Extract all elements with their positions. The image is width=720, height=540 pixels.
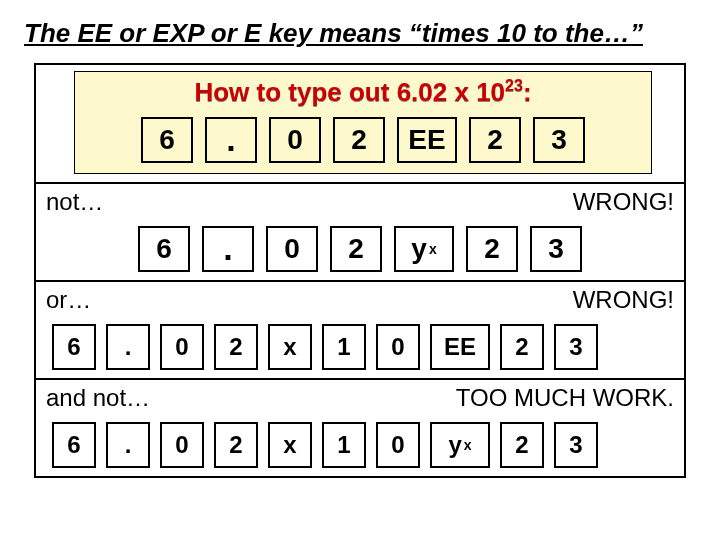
key-dot: . [202, 226, 254, 272]
slide: The EE or EXP or E key means “times 10 t… [0, 0, 720, 540]
key-3: 3 [530, 226, 582, 272]
key-3: 3 [554, 324, 598, 370]
key-6: 6 [138, 226, 190, 272]
page-title: The EE or EXP or E key means “times 10 t… [24, 18, 696, 49]
key-2: 2 [333, 117, 385, 163]
key-1: 1 [322, 324, 366, 370]
keys-wrong-x10ee: 6 . 0 2 x 1 0 EE 2 3 [46, 324, 674, 370]
key-2: 2 [330, 226, 382, 272]
key-x: x [268, 422, 312, 468]
key-3: 3 [554, 422, 598, 468]
key-x: x [268, 324, 312, 370]
key-1: 1 [322, 422, 366, 468]
key-dot: . [106, 324, 150, 370]
keys-wrong-yx: 6 . 0 2 yx 2 3 [46, 226, 674, 272]
howto-text: How to type out 6.02 x 1023: How to type… [83, 78, 643, 107]
howto-box: How to type out 6.02 x 1023: How to type… [74, 71, 652, 174]
section-not: not… WRONG! 6 . 0 2 yx 2 3 [36, 182, 684, 280]
key-dot: . [106, 422, 150, 468]
key-0: 0 [160, 422, 204, 468]
key-2b: 2 [500, 324, 544, 370]
key-yx: yx [430, 422, 490, 468]
key-3: 3 [533, 117, 585, 163]
key-ee: EE [430, 324, 490, 370]
label-or: or… [46, 286, 91, 314]
keys-correct: 6 . 0 2 EE 2 3 [83, 117, 643, 163]
label-toomuch: TOO MUCH WORK. [456, 384, 674, 412]
key-2b: 2 [469, 117, 521, 163]
main-frame: How to type out 6.02 x 1023: How to type… [34, 63, 686, 478]
key-2b: 2 [500, 422, 544, 468]
label-andnot: and not… [46, 384, 150, 412]
label-wrong-1: WRONG! [573, 188, 674, 216]
key-2: 2 [214, 324, 258, 370]
section-andnot: and not… TOO MUCH WORK. 6 . 0 2 x 1 0 yx… [36, 378, 684, 476]
key-6: 6 [52, 324, 96, 370]
key-0: 0 [160, 324, 204, 370]
key-0b: 0 [376, 422, 420, 468]
howto-red: How to type out 6.02 x 1023: [194, 77, 531, 107]
label-wrong-2: WRONG! [573, 286, 674, 314]
key-ee: EE [397, 117, 457, 163]
key-0: 0 [266, 226, 318, 272]
key-yx: yx [394, 226, 454, 272]
key-dot: . [205, 117, 257, 163]
key-6: 6 [141, 117, 193, 163]
section-or: or… WRONG! 6 . 0 2 x 1 0 EE 2 3 [36, 280, 684, 378]
key-0b: 0 [376, 324, 420, 370]
key-6: 6 [52, 422, 96, 468]
keys-wrong-x10yx: 6 . 0 2 x 1 0 yx 2 3 [46, 422, 674, 468]
key-2b: 2 [466, 226, 518, 272]
label-not: not… [46, 188, 103, 216]
key-2: 2 [214, 422, 258, 468]
key-0: 0 [269, 117, 321, 163]
